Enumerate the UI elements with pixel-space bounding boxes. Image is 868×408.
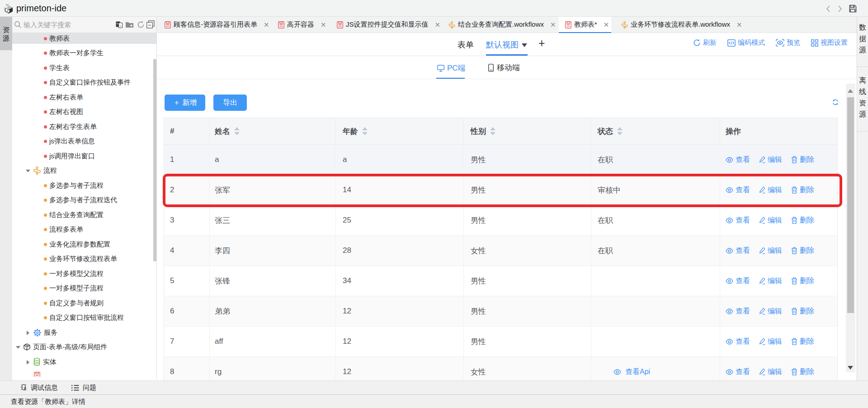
svg-text:in: in — [117, 22, 118, 25]
svg-text:x: x — [120, 24, 121, 27]
